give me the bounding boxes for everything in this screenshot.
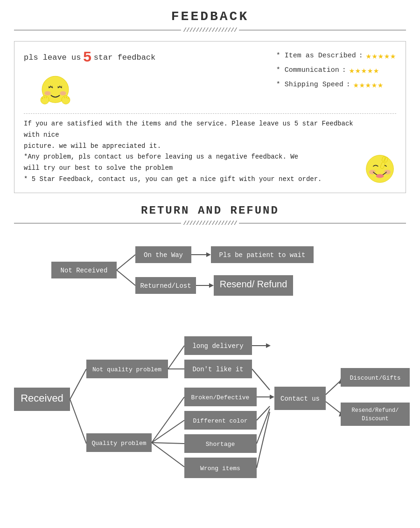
feedback-left: pls leave us5star feedback [24,49,155,109]
svg-line-49 [152,443,184,444]
svg-line-5 [50,86,51,87]
rating-row-3: * Shipping Speed : ★★★★★ [276,79,396,90]
feedback-text-1: If you are satisfied with the items and … [24,118,354,185]
refund-decorative-divider: ///////////////// [14,220,406,227]
received-flow: Received Not quality problem long delive… [14,327,406,488]
discount-gifts-label: Discount/Gifts [350,375,400,382]
resend-refund-label: Resend/ Refund [220,279,287,289]
refund-title: RETURN AND REFUND [14,204,406,217]
not-received-label: Not Received [61,267,108,274]
feedback-bottom-row: If you are satisfied with the items and … [24,118,396,185]
stars-1: ★★★★★ [366,50,396,62]
svg-marker-44 [266,343,271,348]
stars-3: ★★★★★ [353,79,384,90]
shortage-label: Shortage [206,441,235,448]
svg-marker-30 [206,252,211,257]
not-quality-label: Not quality problem [92,366,161,373]
zigzag-decoration: ///////////////// [181,27,239,34]
big-five: 5 [83,49,91,66]
svg-line-13 [44,97,45,98]
on-the-way-label: On the Way [144,251,183,259]
decorative-divider: ///////////////// [14,27,406,34]
feedback-title: FEEDBACK [14,9,406,24]
svg-line-63 [326,402,341,413]
different-color-label: Different color [193,417,247,424]
colon-3: : [346,81,350,89]
feedback-divider [24,113,396,114]
svg-line-27 [117,270,135,285]
feedback-section: FEEDBACK ///////////////// pls leave us5… [0,0,420,200]
feedback-top: pls leave us5star feedback [24,49,396,109]
rating-row-1: * Item as Described : ★★★★★ [276,50,396,62]
svg-line-37 [70,369,86,399]
not-received-svg: Not Received On the Way Pls be patient t… [14,241,415,301]
svg-line-59 [257,412,270,468]
svg-rect-66 [341,403,410,426]
rating-row-2: * Communication : ★★★★★ [276,64,396,76]
svg-point-18 [366,155,394,182]
pls-wait-label: Pls be patient to wait [219,251,306,259]
colon-1: : [359,52,363,60]
happy-emoji [364,153,396,185]
colon-2: : [342,66,346,74]
rating-label-2: * Communication [276,66,339,74]
dont-like-label: Don't like it [192,366,243,373]
svg-line-26 [117,255,135,270]
svg-point-21 [376,174,384,178]
received-label: Received [21,392,63,404]
rating-label-1: * Item as Described [276,52,356,60]
svg-marker-53 [270,395,274,399]
rating-label-3: * Shipping Speed [276,81,343,89]
long-delivery-label: long delivery [192,342,243,350]
svg-text:Discount: Discount [362,416,389,422]
svg-line-16 [66,97,67,98]
svg-point-11 [62,96,70,104]
svg-line-68 [252,369,270,390]
contact-us-label: Contact us [280,395,320,403]
not-received-flow: Not Received On the Way Pls be patient t… [14,241,406,304]
svg-line-38 [70,399,86,444]
svg-point-2 [44,91,51,96]
svg-line-48 [152,420,184,443]
svg-line-50 [152,443,184,467]
svg-line-47 [152,397,184,443]
feedback-text-block: If you are satisfied with the items and … [24,118,354,185]
slogan-before: pls leave us [24,53,81,62]
resend-refund-discount-label: Resend/Refund/ [352,407,399,414]
feedback-right: * Item as Described : ★★★★★ * Communicat… [276,49,396,90]
svg-point-10 [41,96,49,104]
returned-lost-label: Returned/Lost [140,282,191,290]
quality-label: Quality problem [91,440,146,447]
wrong-items-label: Wrong items [200,465,240,472]
received-svg: Received Not quality problem long delive… [14,327,415,486]
broken-label: Broken/Defective [191,394,250,401]
svg-point-3 [60,91,66,96]
svg-marker-34 [209,283,214,288]
svg-line-40 [168,346,184,369]
slogan-after: star feedback [94,53,156,62]
feedback-box: pls leave us5star feedback [14,41,406,193]
sleeping-emoji [38,74,73,109]
stars-2: ★★★★★ [349,64,379,76]
zigzag-decoration-2: ///////////////// [181,220,239,227]
refund-section: RETURN AND REFUND ///////////////// Not … [0,200,420,497]
feedback-slogan: pls leave us5star feedback [24,49,155,66]
svg-line-61 [326,381,341,395]
